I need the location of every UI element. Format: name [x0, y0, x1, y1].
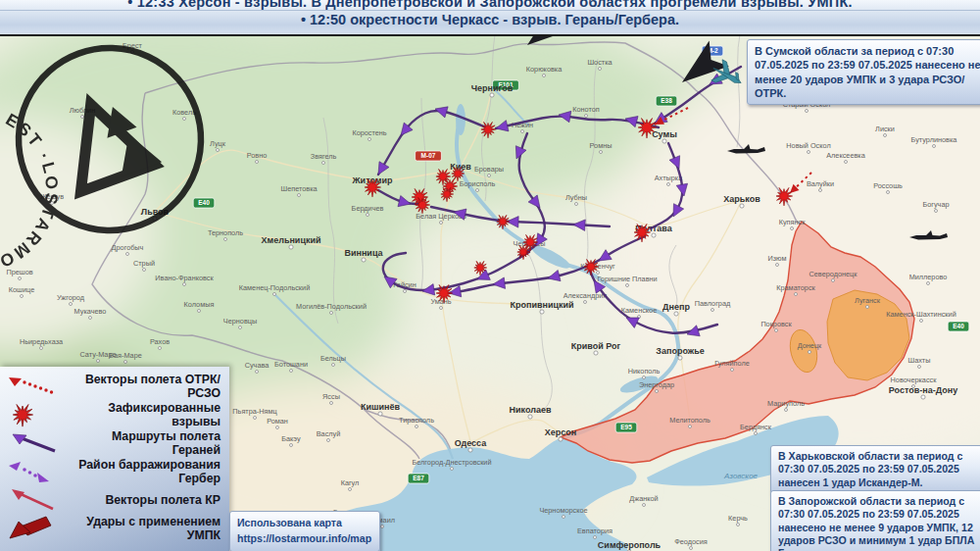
svg-text:Лиски: Лиски: [875, 125, 895, 133]
info-box-sumy: В Сумской области за период с 07:30 07.0…: [747, 39, 980, 105]
screenshot-page: Е40 Е101 М-2 М-2 М-07 Е40 Е95 Е87 Е38Бре…: [0, 0, 980, 551]
svg-text:Черновцы: Черновцы: [223, 317, 257, 326]
explosion-icon: [6, 402, 63, 427]
map-credit-url[interactable]: https://lostarmour.info/map: [237, 531, 372, 547]
legend-item-label: Маршруты полета Гераней: [63, 429, 229, 457]
legend-item-kr-vector: Векторы полета КР: [0, 485, 229, 514]
sea-label: Азовское: [723, 472, 759, 480]
svg-text:Каменское: Каменское: [621, 306, 657, 315]
umpk-strike-icon: [6, 516, 63, 541]
legend-item-explosion: Зафиксированные взрывы: [0, 400, 229, 428]
svg-text:Запорожье: Запорожье: [656, 346, 704, 356]
svg-text:Васлуй: Васлуй: [317, 429, 341, 438]
info-box-kharkiv: В Харьковской области за период с 07:30 …: [770, 445, 980, 494]
svg-text:Россошь: Россошь: [873, 181, 903, 190]
svg-text:Черноморское: Черноморское: [539, 506, 587, 515]
svg-text:Корюковка: Корюковка: [526, 65, 563, 74]
svg-text:Изюм: Изюм: [768, 254, 787, 263]
legend-item-label: Удары с применением УМПК: [63, 515, 229, 542]
legend-item-gerber-area: Район барражирования Гербер: [0, 457, 229, 485]
svg-text:Купянск: Купянск: [779, 218, 806, 226]
svg-text:Бельцы: Бельцы: [320, 354, 346, 363]
svg-text:Чернигов: Чернигов: [471, 83, 514, 93]
svg-text:Киев: Киев: [450, 162, 471, 172]
svg-text:Бровары: Бровары: [474, 165, 504, 174]
svg-text:Кошице: Кошице: [9, 285, 34, 294]
svg-text:Мариуполь: Мариуполь: [767, 399, 805, 408]
ticker-line-1: • 12:33 Херсон - взрывы. В Днепропетровс…: [0, 0, 980, 10]
svg-text:Тернополь: Тернополь: [208, 228, 243, 237]
svg-text:Мелитополь: Мелитополь: [669, 416, 710, 425]
svg-text:Каменец-Подольский: Каменец-Подольский: [239, 283, 310, 292]
svg-text:Ньиредьхаза: Ньиредьхаза: [20, 337, 64, 346]
svg-text:Коломыя: Коломыя: [184, 300, 215, 309]
svg-text:Валуйки: Валуйки: [807, 179, 834, 188]
svg-text:Могилёв-Подольский: Могилёв-Подольский: [296, 302, 367, 311]
svg-text:Коростень: Коростень: [352, 128, 386, 137]
svg-text:Покровск: Покровск: [760, 320, 792, 328]
svg-text:Джанкой: Джанкой: [629, 494, 658, 503]
map-credit-label: Использована карта: [237, 517, 342, 528]
news-ticker-banner: • 12:33 Херсон - взрывы. В Днепропетровс…: [0, 0, 980, 36]
legend-item-label: Векторы полета КР: [63, 493, 229, 507]
svg-text:Луцк: Луцк: [210, 139, 226, 148]
svg-text:Дрогобыч: Дрогобыч: [112, 243, 144, 252]
svg-text:Кривой Рог: Кривой Рог: [571, 341, 621, 351]
svg-text:Луганск: Луганск: [855, 296, 881, 305]
svg-text:Кагул: Кагул: [341, 478, 360, 487]
svg-text:Яссы: Яссы: [322, 392, 340, 401]
svg-text:Рахов: Рахов: [150, 337, 170, 346]
svg-text:Шепетовка: Шепетовка: [280, 184, 318, 193]
svg-text:Сучава: Сучава: [245, 361, 270, 370]
svg-text:Пьятра-Нямц: Пьятра-Нямц: [232, 407, 277, 416]
svg-text:Стрый: Стрый: [133, 259, 155, 268]
svg-text:Миллерово: Миллерово: [909, 273, 948, 281]
svg-text:Ужгород: Ужгород: [57, 293, 85, 302]
svg-text:Звягель: Звягель: [311, 152, 337, 161]
svg-text:Конотоп: Конотоп: [572, 105, 600, 114]
svg-text:Каменск-Шахтинский: Каменск-Шахтинский: [886, 310, 956, 319]
svg-text:Николаев: Николаев: [510, 405, 552, 415]
svg-text:Борисполь: Борисполь: [460, 179, 496, 188]
svg-text:Бакэу: Бакэу: [281, 434, 301, 443]
svg-text:Е87: Е87: [413, 475, 424, 481]
ticker-line-2: • 12:50 окрестности Черкасс - взрыв. Гер…: [0, 10, 980, 27]
legend-item-label: Район барражирования Гербер: [63, 458, 229, 485]
svg-text:Бутурлиновка: Бутурлиновка: [911, 135, 958, 144]
svg-text:Е40: Е40: [953, 323, 964, 329]
svg-text:Шостка: Шостка: [587, 58, 612, 67]
svg-text:Хмельницкий: Хмельницкий: [262, 235, 321, 245]
svg-text:Горишние Плавни: Горишние Плавни: [597, 275, 657, 283]
svg-text:Северодонецк: Северодонецк: [809, 270, 858, 278]
svg-text:Евпатория: Евпатория: [577, 526, 612, 535]
svg-text:Бердянск: Бердянск: [740, 423, 772, 431]
svg-text:Херсон: Херсон: [545, 427, 576, 437]
map-credit-box: Использована карта https://lostarmour.in…: [229, 511, 380, 551]
legend-item-geran-route: Маршруты полета Гераней: [0, 428, 229, 457]
legend-item-label: Векторы полета ОТРК/РСЗО: [63, 373, 229, 400]
svg-text:Донецк: Донецк: [798, 341, 822, 350]
svg-text:Е95: Е95: [620, 424, 632, 430]
svg-text:Богучар: Богучар: [922, 200, 949, 209]
kr-vector-icon: [6, 487, 63, 513]
gerber-area-icon: [6, 459, 63, 484]
legend-item-label: Зафиксированные взрывы: [63, 401, 229, 428]
svg-text:Александрия: Александрия: [564, 291, 608, 300]
svg-text:Винница: Винница: [344, 248, 383, 258]
svg-text:Энергодар: Энергодар: [639, 380, 674, 389]
svg-text:Ростов-на-Дону: Ростов-на-Дону: [889, 385, 957, 395]
svg-text:Бая-Маре: Бая-Маре: [109, 351, 142, 360]
svg-text:Мукачево: Мукачево: [74, 307, 107, 316]
svg-text:Одесса: Одесса: [455, 438, 487, 448]
svg-text:Бердичев: Бердичев: [352, 204, 384, 213]
svg-text:Харьков: Харьков: [723, 194, 760, 204]
svg-text:Тирасполь: Тирасполь: [399, 416, 434, 425]
svg-text:Кишинёв: Кишинёв: [361, 402, 401, 412]
svg-text:Краматорск: Краматорск: [776, 283, 815, 292]
svg-text:Днепр: Днепр: [662, 302, 690, 312]
svg-text:Роман: Роман: [267, 417, 288, 426]
svg-text:Феодосия: Феодосия: [674, 537, 708, 546]
legend-item-umpk-strike: Удары с применением УМПК: [0, 514, 229, 542]
otrk-vector-icon: [6, 374, 63, 399]
svg-text:Ромны: Ромны: [590, 141, 612, 150]
